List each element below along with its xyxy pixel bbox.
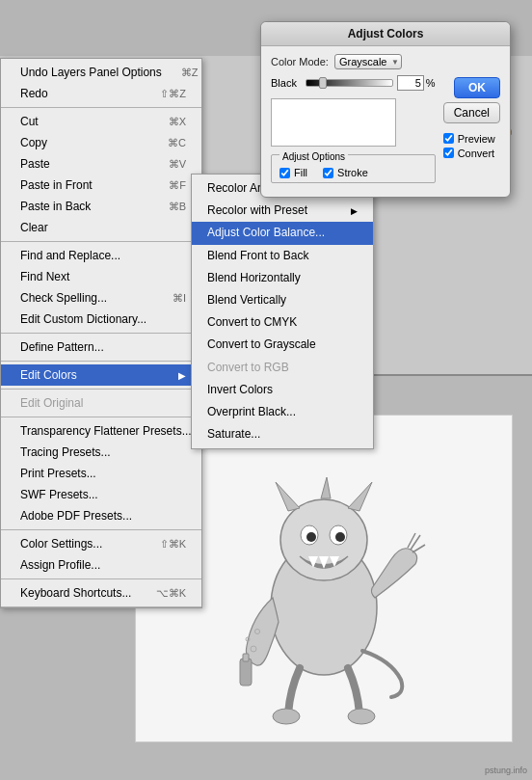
black-label: Black (271, 77, 300, 89)
black-slider-row: Black % (271, 75, 436, 91)
submenu-preset-arrow-icon: ▶ (351, 204, 358, 218)
preview-checkbox-label[interactable]: Preview (443, 133, 500, 145)
submenu-adjust-color-balance[interactable]: Adjust Color Balance... (192, 222, 373, 244)
menu-undo[interactable]: Undo Layers Panel Options ⌘Z (1, 62, 201, 83)
black-value-input[interactable] (397, 75, 424, 91)
dialog-titlebar: Adjust Colors (261, 22, 510, 46)
menu-copy[interactable]: Copy ⌘C (1, 132, 201, 153)
ok-button[interactable]: OK (454, 77, 500, 98)
preview-convert-group: Preview Convert (443, 133, 500, 161)
black-slider-track[interactable] (306, 79, 393, 87)
submenu-invert-colors[interactable]: Invert Colors (192, 379, 373, 401)
submenu-recolor-preset[interactable]: Recolor with Preset ▶ (192, 200, 373, 222)
submenu-convert-grayscale[interactable]: Convert to Grayscale (192, 334, 373, 356)
convert-checkbox[interactable] (443, 148, 454, 158)
menu-assign-profile[interactable]: Assign Profile... (1, 554, 201, 576)
edit-menu: Undo Layers Panel Options ⌘Z Redo ⇧⌘Z Cu… (0, 58, 202, 608)
fill-checkbox[interactable] (279, 168, 290, 178)
svg-point-18 (273, 709, 300, 724)
menu-paste-front[interactable]: Paste in Front ⌘F (1, 175, 201, 196)
stroke-checkbox-label[interactable]: Stroke (323, 167, 368, 178)
preview-checkbox[interactable] (443, 133, 454, 144)
submenu-blend-front-back[interactable]: Blend Front to Back (192, 245, 373, 267)
menu-section-find: Find and Replace... Find Next Check Spel… (1, 242, 201, 334)
color-mode-row: Color Mode: Grayscale Black % (271, 54, 500, 183)
svg-line-15 (411, 535, 420, 550)
svg-line-17 (408, 533, 415, 548)
svg-marker-3 (348, 482, 372, 511)
menu-keyboard-shortcuts[interactable]: Keyboard Shortcuts... ⌥⌘K (1, 582, 201, 604)
svg-rect-14 (243, 654, 249, 661)
menu-section-keyboard: Keyboard Shortcuts... ⌥⌘K (1, 579, 201, 607)
svg-marker-20 (321, 477, 331, 498)
menu-print-presets[interactable]: Print Presets... (1, 463, 201, 484)
menu-redo[interactable]: Redo ⇧⌘Z (1, 83, 201, 104)
submenu-saturate[interactable]: Saturate... (192, 423, 373, 445)
svg-text:✕: ✕ (306, 532, 314, 543)
menu-section-undo: Undo Layers Panel Options ⌘Z Redo ⇧⌘Z (1, 59, 201, 108)
submenu-arrow-icon: ▶ (178, 368, 186, 383)
menu-edit-original: Edit Original (1, 392, 201, 414)
menu-section-clipboard: Cut ⌘X Copy ⌘C Paste ⌘V Paste in Front ⌘… (1, 108, 201, 242)
menu-paste[interactable]: Paste ⌘V (1, 153, 201, 175)
svg-line-16 (412, 545, 425, 552)
color-swatch-area (271, 98, 396, 147)
menu-find-next[interactable]: Find Next (1, 266, 201, 287)
fill-checkbox-label[interactable]: Fill (279, 167, 307, 178)
submenu-overprint-black[interactable]: Overprint Black... (192, 401, 373, 423)
adjust-options-title: Adjust Options (279, 151, 348, 162)
menu-section-edit-colors: Edit Colors ▶ (1, 362, 201, 390)
menu-section-color-settings: Color Settings... ⇧⌘K Assign Profile... (1, 530, 201, 579)
cancel-button[interactable]: Cancel (443, 102, 500, 123)
svg-marker-2 (276, 482, 300, 511)
adjust-options-group: Adjust Options Fill Stroke (271, 154, 436, 183)
adjust-options-checkboxes: Fill Stroke (279, 167, 427, 178)
dialog-body: Color Mode: Grayscale Black % (261, 46, 510, 197)
menu-transparency-presets[interactable]: Transparency Flattener Presets... (1, 420, 201, 442)
menu-define-pattern[interactable]: Define Pattern... (1, 336, 201, 358)
menu-edit-colors[interactable]: Edit Colors ▶ (1, 364, 201, 386)
menu-swf-presets[interactable]: SWF Presets... (1, 484, 201, 505)
menu-tracing-presets[interactable]: Tracing Presets... (1, 442, 201, 463)
menu-section-edit-original: Edit Original (1, 390, 201, 417)
menu-section-presets: Transparency Flattener Presets... Tracin… (1, 417, 201, 530)
submenu-convert-cmyk[interactable]: Convert to CMYK (192, 311, 373, 334)
color-mode-label: Color Mode: (271, 56, 329, 67)
percent-sign: % (426, 77, 436, 89)
menu-paste-back[interactable]: Paste in Back ⌘B (1, 196, 201, 217)
monster-svg: ✕ ✕ (213, 429, 435, 728)
menu-edit-dictionary[interactable]: Edit Custom Dictionary... (1, 309, 201, 330)
svg-text:✕: ✕ (335, 532, 343, 543)
submenu-blend-vertically[interactable]: Blend Vertically (192, 289, 373, 311)
adjust-colors-dialog: Adjust Colors Color Mode: Grayscale Blac… (260, 21, 511, 198)
watermark: pstung.info (485, 766, 527, 775)
menu-cut[interactable]: Cut ⌘X (1, 111, 201, 132)
svg-point-19 (348, 709, 375, 724)
stroke-checkbox[interactable] (323, 168, 333, 178)
menu-color-settings[interactable]: Color Settings... ⇧⌘K (1, 533, 201, 554)
submenu-convert-rgb: Convert to RGB (192, 357, 373, 379)
menu-pdf-presets[interactable]: Adobe PDF Presets... (1, 505, 201, 526)
color-mode-select-wrapper[interactable]: Grayscale (334, 54, 402, 69)
menu-clear[interactable]: Clear (1, 217, 201, 238)
edit-colors-submenu: Recolor Artwork... Recolor with Preset ▶… (191, 174, 374, 449)
svg-rect-13 (240, 659, 252, 686)
convert-checkbox-label[interactable]: Convert (443, 148, 500, 159)
dialog-buttons: OK Cancel Preview Convert (443, 77, 500, 161)
black-slider-thumb[interactable] (319, 77, 327, 89)
submenu-blend-horizontally[interactable]: Blend Horizontally (192, 267, 373, 289)
menu-find-replace[interactable]: Find and Replace... (1, 245, 201, 266)
menu-section-pattern: Define Pattern... (1, 334, 201, 362)
menu-check-spelling[interactable]: Check Spelling... ⌘I (1, 287, 201, 309)
color-mode-select[interactable]: Grayscale (334, 54, 402, 69)
